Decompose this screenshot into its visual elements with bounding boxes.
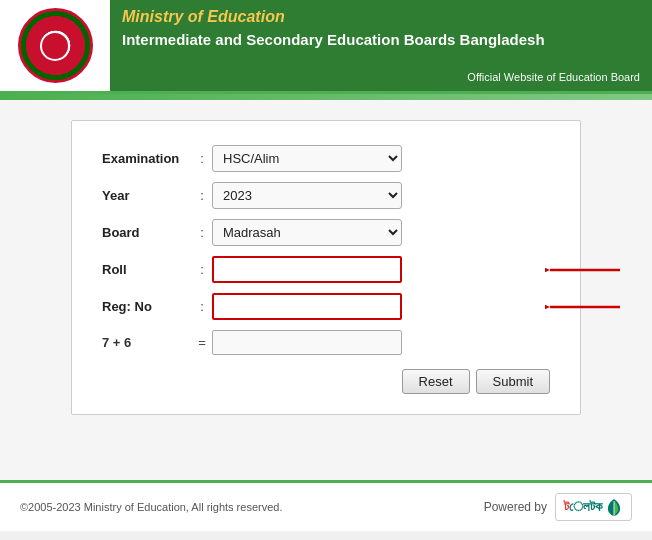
- logo-emblem: [18, 8, 93, 83]
- examination-control: HSC/Alim SSC/Dakhil JSC/JDC PSC/EBT: [212, 145, 550, 172]
- board-select[interactable]: Madrasah Dhaka Chittagong Rajshahi Sylhe…: [212, 219, 402, 246]
- logo-inner-circle: [40, 31, 70, 61]
- captcha-label: 7 + 6: [102, 335, 192, 350]
- year-select[interactable]: 2023 2022 2021 2020: [212, 182, 402, 209]
- roll-control: [212, 256, 550, 283]
- reg-label: Reg: No: [102, 299, 192, 314]
- reset-button[interactable]: Reset: [402, 369, 470, 394]
- captcha-row: 7 + 6 =: [102, 330, 550, 355]
- powered-by-section: Powered by টেলটক: [484, 493, 632, 521]
- board-label: Board: [102, 225, 192, 240]
- year-label: Year: [102, 188, 192, 203]
- teletalk-logo: টেলটক: [555, 493, 632, 521]
- year-row: Year : 2023 2022 2021 2020: [102, 182, 550, 209]
- board-title: Intermediate and Secondary Education Boa…: [122, 30, 640, 50]
- main-content: Examination : HSC/Alim SSC/Dakhil JSC/JD…: [0, 100, 652, 480]
- reg-control: [212, 293, 550, 320]
- examination-select[interactable]: HSC/Alim SSC/Dakhil JSC/JDC PSC/EBT: [212, 145, 402, 172]
- roll-arrow: [545, 255, 625, 285]
- copyright-text: ©2005-2023 Ministry of Education, All ri…: [20, 501, 282, 513]
- captcha-equals: =: [192, 335, 212, 350]
- roll-input[interactable]: [212, 256, 402, 283]
- reg-colon: :: [192, 299, 212, 314]
- board-control: Madrasah Dhaka Chittagong Rajshahi Sylhe…: [212, 219, 550, 246]
- header-logo: [0, 0, 110, 91]
- roll-row: Roll :: [102, 256, 550, 283]
- footer: ©2005-2023 Ministry of Education, All ri…: [0, 480, 652, 531]
- button-row: Reset Submit: [102, 369, 550, 394]
- captcha-input[interactable]: [212, 330, 402, 355]
- roll-colon: :: [192, 262, 212, 277]
- year-control: 2023 2022 2021 2020: [212, 182, 550, 209]
- examination-label: Examination: [102, 151, 192, 166]
- ministry-title: Ministry of Education: [122, 8, 640, 26]
- roll-label: Roll: [102, 262, 192, 277]
- submit-button[interactable]: Submit: [476, 369, 550, 394]
- board-colon: :: [192, 225, 212, 240]
- header-text-block: Ministry of Education Intermediate and S…: [110, 0, 652, 91]
- examination-row: Examination : HSC/Alim SSC/Dakhil JSC/JD…: [102, 145, 550, 172]
- year-colon: :: [192, 188, 212, 203]
- teletalk-rest: েলটক: [569, 499, 602, 515]
- official-subtitle: Official Website of Education Board: [122, 67, 640, 83]
- header: Ministry of Education Intermediate and S…: [0, 0, 652, 94]
- powered-by-label: Powered by: [484, 500, 547, 514]
- reg-input[interactable]: [212, 293, 402, 320]
- board-row: Board : Madrasah Dhaka Chittagong Rajsha…: [102, 219, 550, 246]
- reg-row: Reg: No :: [102, 293, 550, 320]
- captcha-control: [212, 330, 550, 355]
- teletalk-leaf-icon: [605, 497, 623, 517]
- form-card: Examination : HSC/Alim SSC/Dakhil JSC/JD…: [71, 120, 581, 415]
- reg-arrow: [545, 292, 625, 322]
- examination-colon: :: [192, 151, 212, 166]
